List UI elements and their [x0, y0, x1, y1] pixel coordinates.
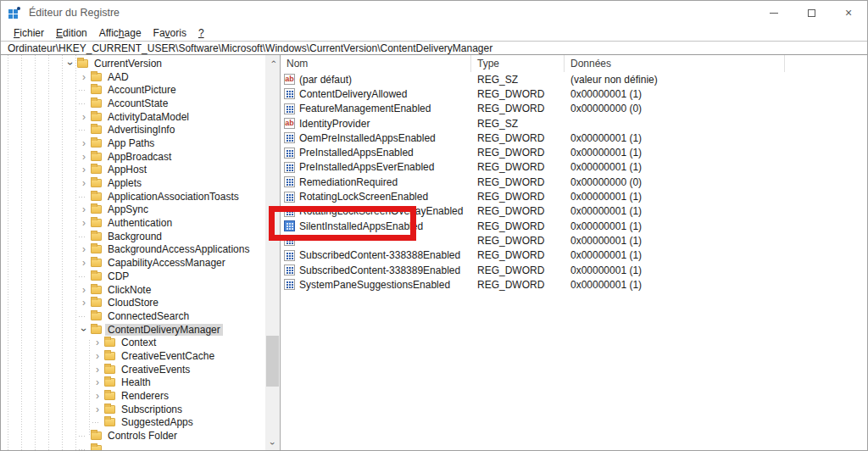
- tree-item-activitydatamodel[interactable]: › ActivityDataModel: [1, 110, 264, 124]
- folder-icon: [91, 125, 102, 134]
- tree-item-advertisinginfo[interactable]: AdvertisingInfo: [1, 123, 264, 136]
- tree-connector: [79, 83, 89, 97]
- chevron-right-icon[interactable]: ›: [79, 73, 89, 81]
- value-row-preinstalledappseverenabled[interactable]: PreInstalledAppsEverEnabled REG_DWORD 0x…: [281, 160, 867, 175]
- tree-item[interactable]: [1, 443, 264, 450]
- menu-item-edition[interactable]: Edition: [50, 26, 93, 40]
- chevron-right-icon[interactable]: ›: [79, 298, 89, 307]
- value-row[interactable]: REG_DWORD 0x00000001 (1): [281, 233, 867, 248]
- tree-item-creativeevents[interactable]: › CreativeEvents: [1, 363, 264, 376]
- value-data: (valeur non définie): [565, 74, 785, 86]
- tree-item-suggestedapps[interactable]: SuggestedApps: [1, 416, 264, 430]
- chevron-right-icon[interactable]: ›: [92, 352, 103, 360]
- tree-item-appsync[interactable]: › AppSync: [1, 203, 264, 217]
- tree-item-backgroundaccessapplications[interactable]: › BackgroundAccessApplications: [1, 243, 264, 257]
- tree-item-label: AppHost: [105, 164, 149, 175]
- value-name: IdentityProvider: [299, 118, 370, 130]
- chevron-right-icon[interactable]: ›: [79, 219, 89, 227]
- tree-item-controls-folder[interactable]: Controls Folder: [1, 429, 264, 443]
- value-row-subscribedcontent-338388enabled[interactable]: SubscribedContent-338388Enabled REG_DWOR…: [281, 248, 867, 263]
- chevron-right-icon[interactable]: ›: [92, 338, 103, 347]
- value-type: REG_DWORD: [471, 264, 565, 276]
- chevron-right-icon[interactable]: ›: [79, 153, 89, 161]
- value-row-remediationrequired[interactable]: RemediationRequired REG_DWORD 0x00000000…: [281, 175, 867, 189]
- tree-item-applets[interactable]: › Applets: [1, 176, 264, 190]
- address-input[interactable]: [1, 42, 867, 54]
- value-row--par-d-faut-[interactable]: (par défaut) REG_SZ (valeur non définie): [281, 72, 867, 86]
- tree-item-clicknote[interactable]: › ClickNote: [1, 283, 264, 297]
- reg-dword-icon: [284, 220, 295, 231]
- tree-item-currentversion[interactable]: › CurrentVersion: [1, 57, 264, 70]
- chevron-right-icon[interactable]: ›: [79, 165, 89, 174]
- value-type: REG_DWORD: [471, 161, 565, 173]
- value-row-rotatinglockscreenenabled[interactable]: RotatingLockScreenEnabled REG_DWORD 0x00…: [281, 189, 867, 203]
- value-row-subscribedcontent-338389enabled[interactable]: SubscribedContent-338389Enabled REG_DWOR…: [281, 263, 867, 277]
- folder-icon: [104, 352, 115, 360]
- tree-item-label: SuggestedApps: [119, 416, 196, 428]
- value-data: 0x00000001 (1): [565, 235, 785, 247]
- value-row-featuremanagementenabled[interactable]: FeatureManagementEnabled REG_DWORD 0x000…: [281, 102, 867, 116]
- value-row-preinstalledappsenabled[interactable]: PreInstalledAppsEnabled REG_DWORD 0x0000…: [281, 145, 867, 159]
- value-row-rotatinglockscreenoverlayenabled[interactable]: RotatingLockScreenOverlayEnabled REG_DWO…: [281, 204, 867, 219]
- tree-item-background[interactable]: Background: [1, 230, 264, 243]
- value-type: REG_DWORD: [471, 103, 565, 114]
- tree-item-aad[interactable]: › AAD: [1, 70, 264, 84]
- minimize-button[interactable]: [755, 1, 793, 25]
- tree-item-subscriptions[interactable]: › Subscriptions: [1, 403, 264, 416]
- tree-item-label: AppSync: [105, 203, 151, 215]
- chevron-right-icon[interactable]: ›: [92, 392, 103, 400]
- menu-item-fichier[interactable]: Fichier: [8, 26, 50, 40]
- tree-item-appbroadcast[interactable]: › AppBroadcast: [1, 150, 264, 164]
- tree-item-connectedsearch[interactable]: ConnectedSearch: [1, 309, 264, 323]
- chevron-down-icon[interactable]: ›: [66, 58, 75, 69]
- maximize-button[interactable]: [793, 1, 830, 25]
- column-header-data[interactable]: Données: [565, 55, 785, 72]
- chevron-right-icon[interactable]: ›: [92, 365, 103, 374]
- column-header-type[interactable]: Type: [471, 55, 565, 72]
- tree-item-creativeeventcache[interactable]: › CreativeEventCache: [1, 349, 264, 363]
- chevron-right-icon[interactable]: ›: [79, 259, 89, 267]
- chevron-right-icon[interactable]: ›: [79, 113, 89, 121]
- chevron-right-icon[interactable]: ›: [79, 286, 89, 294]
- tree-item-app-paths[interactable]: › App Paths: [1, 136, 264, 150]
- tree-vertical-scrollbar[interactable]: › ›: [265, 55, 280, 450]
- tree-item-cloudstore[interactable]: › CloudStore: [1, 296, 264, 309]
- scroll-down-icon[interactable]: ›: [266, 437, 280, 451]
- value-name: RemediationRequired: [299, 176, 398, 188]
- tree-item-accountpicture[interactable]: AccountPicture: [1, 83, 264, 97]
- tree-item-applicationassociationtoasts[interactable]: ApplicationAssociationToasts: [1, 190, 264, 203]
- value-row-identityprovider[interactable]: IdentityProvider REG_SZ: [281, 116, 867, 131]
- menu-item-aide[interactable]: ?: [192, 26, 210, 40]
- reg-dword-icon: [284, 235, 295, 246]
- scroll-up-icon[interactable]: ›: [266, 55, 280, 70]
- value-row-systempanesuggestionsenabled[interactable]: SystemPaneSuggestionsEnabled REG_DWORD 0…: [281, 277, 867, 292]
- close-button[interactable]: ×: [830, 1, 867, 25]
- tree-connector: [79, 309, 89, 323]
- value-row-oempreinstalledappsenabled[interactable]: OemPreInstalledAppsEnabled REG_DWORD 0x0…: [281, 131, 867, 145]
- tree-item-context[interactable]: › Context: [1, 336, 264, 349]
- chevron-right-icon[interactable]: ›: [79, 139, 89, 148]
- chevron-right-icon[interactable]: ›: [79, 245, 89, 253]
- tree-item-label: ConnectedSearch: [105, 310, 192, 322]
- chevron-right-icon[interactable]: ›: [92, 378, 103, 387]
- chevron-right-icon[interactable]: ›: [79, 205, 89, 214]
- column-header-name[interactable]: Nom: [281, 55, 471, 72]
- chevron-right-icon[interactable]: ›: [79, 179, 89, 187]
- tree-item-renderers[interactable]: › Renderers: [1, 389, 264, 403]
- value-row-contentdeliveryallowed[interactable]: ContentDeliveryAllowed REG_DWORD 0x00000…: [281, 86, 867, 101]
- scrollbar-thumb[interactable]: [266, 336, 279, 387]
- tree-item-cdp[interactable]: CDP: [1, 270, 264, 283]
- value-name: SubscribedContent-338388Enabled: [299, 249, 460, 261]
- value-type: REG_DWORD: [471, 191, 565, 203]
- menu-item-favoris[interactable]: Favoris: [147, 26, 192, 40]
- tree-item-apphost[interactable]: › AppHost: [1, 164, 264, 177]
- chevron-right-icon[interactable]: ›: [92, 405, 103, 414]
- tree-item-health[interactable]: › Health: [1, 376, 264, 390]
- tree-item-contentdeliverymanager[interactable]: › ContentDeliveryManager: [1, 323, 264, 337]
- value-row-silentinstalledappsenabled[interactable]: SilentInstalledAppsEnabled REG_DWORD 0x0…: [281, 219, 867, 233]
- tree-item-accountstate[interactable]: AccountState: [1, 97, 264, 110]
- chevron-down-icon[interactable]: ›: [80, 325, 88, 335]
- tree-item-authentication[interactable]: › Authentication: [1, 216, 264, 230]
- tree-item-capabilityaccessmanager[interactable]: › CapabilityAccessManager: [1, 256, 264, 270]
- menu-item-affichage[interactable]: Affichage: [93, 26, 147, 40]
